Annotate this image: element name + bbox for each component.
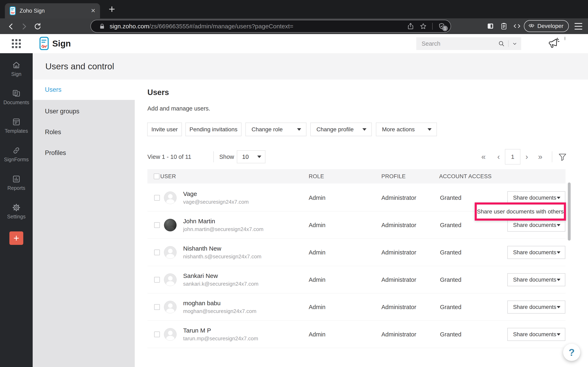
- user-avatar: [164, 273, 177, 286]
- filter-funnel-icon[interactable]: [558, 152, 568, 162]
- settings-nav-roles[interactable]: Roles: [33, 124, 135, 140]
- new-tab-button[interactable]: +: [105, 3, 118, 16]
- sidebar-item-settings[interactable]: Settings: [0, 203, 33, 220]
- sidebar-item-signforms[interactable]: SignForms: [0, 146, 33, 162]
- share-documents-dropdown[interactable]: Share documents: [507, 246, 565, 259]
- refresh-button[interactable]: [34, 22, 42, 31]
- user-avatar: [164, 328, 177, 341]
- sidebar-item-sign[interactable]: Sign: [0, 60, 33, 77]
- sidebar-item-label: Settings: [0, 214, 33, 220]
- announcements-megaphone-icon[interactable]: [548, 38, 560, 50]
- zoho-sign-logo[interactable]: [39, 37, 49, 50]
- user-profile: Administrator: [381, 222, 416, 228]
- privacy-shield-icon[interactable]: 1: [438, 23, 445, 30]
- user-email: tarun.mp@securesign24x7.com: [183, 335, 258, 342]
- sidebar-item-templates[interactable]: Templates: [0, 117, 33, 134]
- user-email: vage@securesign24x7.com: [183, 199, 249, 205]
- users-panel: Users Add and manage users. Invite user …: [135, 80, 588, 367]
- user-role: Admin: [309, 222, 325, 228]
- user-role: Admin: [309, 249, 325, 256]
- settings-nav-user-groups[interactable]: User groups: [33, 103, 135, 119]
- settings-nav-users[interactable]: Users: [33, 80, 135, 100]
- row-checkbox[interactable]: [154, 250, 160, 255]
- change-role-label: Change role: [251, 126, 283, 133]
- user-avatar: [164, 246, 177, 259]
- tab-close-icon[interactable]: ✕: [91, 8, 95, 14]
- user-info: Nishanth New nishanth.s@securesign24x7.c…: [183, 245, 261, 260]
- settings-nav-profiles[interactable]: Profiles: [33, 145, 135, 161]
- tab-title: Zoho Sign: [20, 8, 87, 14]
- app-launcher-icon[interactable]: [12, 39, 21, 48]
- user-email: sankari.k@securesign24x7.com: [183, 281, 259, 287]
- search-scope-chevron-icon[interactable]: [512, 41, 518, 47]
- page-size-label: Show: [219, 149, 234, 165]
- account-access: Granted: [440, 331, 461, 338]
- table-scrollbar[interactable]: [568, 183, 571, 241]
- change-profile-label: Change profile: [316, 126, 354, 133]
- row-checkbox[interactable]: [154, 304, 160, 310]
- account-access: Granted: [440, 304, 461, 310]
- forward-button[interactable]: [20, 22, 28, 31]
- page-size-value: 10: [242, 154, 249, 160]
- caret-down-icon: [557, 197, 561, 199]
- browser-tab[interactable]: Zoho Sign ✕: [5, 3, 100, 18]
- url-host: sign.zoho.com: [110, 23, 149, 30]
- help-button[interactable]: ?: [563, 344, 580, 361]
- more-actions-dropdown[interactable]: More actions: [376, 123, 437, 136]
- user-info: John Martin john.martin@securesign24x7.c…: [183, 218, 263, 233]
- row-checkbox[interactable]: [154, 222, 160, 228]
- change-role-dropdown[interactable]: Change role: [245, 123, 306, 136]
- sidebar-item-documents[interactable]: Documents: [0, 89, 33, 105]
- invite-user-button[interactable]: Invite user: [147, 123, 182, 136]
- global-search[interactable]: [416, 37, 521, 50]
- link-icon: [12, 146, 21, 155]
- page-size-select[interactable]: 10: [237, 150, 265, 163]
- account-access: Granted: [440, 194, 461, 201]
- last-page-button[interactable]: »: [535, 149, 545, 165]
- row-checkbox[interactable]: [154, 332, 160, 337]
- first-page-button[interactable]: «: [479, 149, 488, 165]
- pending-invitations-button[interactable]: Pending invitations: [185, 123, 242, 136]
- prev-page-button[interactable]: ‹: [494, 149, 503, 165]
- developer-profile-button[interactable]: Developer: [524, 20, 569, 32]
- share-documents-dropdown[interactable]: Share documents: [507, 300, 565, 314]
- create-new-button[interactable]: +: [9, 231, 23, 245]
- sidebar-item-reports[interactable]: Reports: [0, 175, 33, 191]
- section-heading: Users: [147, 88, 169, 97]
- templates-icon: [12, 117, 21, 126]
- select-all-checkbox[interactable]: [154, 174, 159, 179]
- user-email: john.martin@securesign24x7.com: [183, 226, 263, 233]
- shield-badge: 1: [442, 26, 448, 31]
- share-documents-dropdown[interactable]: Share documents: [507, 328, 565, 341]
- url-text: sign.zoho.com/zs/669663555#/admin/manage…: [110, 23, 293, 30]
- gear-icon: [12, 203, 21, 212]
- browser-menu-icon[interactable]: [575, 23, 582, 30]
- share-documents-dropdown[interactable]: Share documents: [507, 273, 565, 286]
- url-bar[interactable]: sign.zoho.com/zs/669663555#/admin/manage…: [90, 20, 451, 33]
- devtools-code-icon[interactable]: [513, 22, 521, 30]
- sidebar-toggle-icon[interactable]: [486, 22, 494, 30]
- back-button[interactable]: [7, 22, 15, 31]
- row-checkbox[interactable]: [154, 277, 160, 283]
- clipboard-icon[interactable]: [500, 22, 508, 30]
- app-header: Sign: [0, 34, 588, 53]
- bookmark-star-icon[interactable]: [420, 23, 427, 30]
- account-avatar[interactable]: [565, 36, 565, 40]
- share-icon[interactable]: [407, 23, 414, 30]
- app-sidebar: Sign Documents Templates SignForms Repor…: [0, 53, 33, 367]
- user-profile: Administrator: [381, 304, 416, 310]
- pagination-divider: [552, 151, 552, 162]
- search-icon[interactable]: [498, 40, 505, 47]
- caret-down-icon: [557, 279, 561, 281]
- column-header-profile: PROFILE: [381, 173, 406, 180]
- column-header-account-access: ACCOUNT ACCESS: [439, 173, 492, 180]
- current-page-input[interactable]: 1: [505, 149, 520, 165]
- table-row: moghan babu moghan@securesign24x7.com Ad…: [147, 293, 566, 321]
- row-checkbox[interactable]: [154, 195, 160, 201]
- user-role: Admin: [309, 276, 325, 283]
- change-profile-dropdown[interactable]: Change profile: [310, 123, 372, 136]
- user-profile: Administrator: [381, 194, 416, 201]
- caret-down-icon: [557, 333, 561, 336]
- search-input[interactable]: [422, 40, 495, 47]
- next-page-button[interactable]: ›: [522, 149, 532, 165]
